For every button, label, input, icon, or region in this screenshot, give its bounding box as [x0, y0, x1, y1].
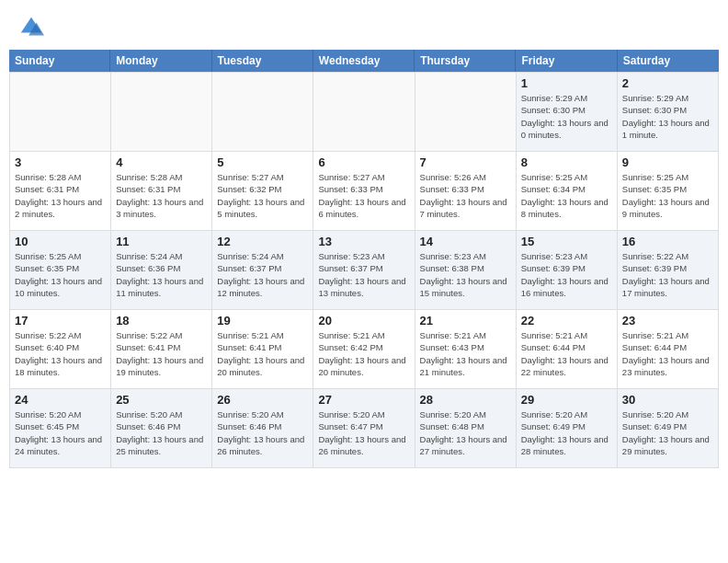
day-number: 29 — [521, 393, 612, 407]
calendar-cell: 3Sunrise: 5:28 AM Sunset: 6:31 PM Daylig… — [10, 152, 111, 231]
day-info: Sunrise: 5:22 AM Sunset: 6:41 PM Dayligh… — [116, 329, 207, 378]
calendar-cell — [415, 73, 517, 152]
day-number: 23 — [622, 314, 713, 327]
day-info: Sunrise: 5:25 AM Sunset: 6:34 PM Dayligh… — [521, 171, 612, 220]
day-info: Sunrise: 5:20 AM Sunset: 6:46 PM Dayligh… — [217, 408, 308, 457]
day-info: Sunrise: 5:29 AM Sunset: 6:30 PM Dayligh… — [521, 92, 612, 141]
day-of-week-header: Saturday — [618, 50, 719, 72]
day-number: 21 — [420, 314, 511, 327]
calendar-cell: 10Sunrise: 5:25 AM Sunset: 6:35 PM Dayli… — [10, 231, 111, 310]
calendar-cell: 28Sunrise: 5:20 AM Sunset: 6:48 PM Dayli… — [415, 389, 517, 468]
calendar-cell: 13Sunrise: 5:23 AM Sunset: 6:37 PM Dayli… — [313, 231, 415, 310]
day-number: 17 — [15, 314, 106, 327]
day-info: Sunrise: 5:25 AM Sunset: 6:35 PM Dayligh… — [622, 171, 713, 220]
calendar-body: 1Sunrise: 5:29 AM Sunset: 6:30 PM Daylig… — [9, 72, 719, 468]
day-number: 8 — [521, 155, 612, 169]
calendar-cell: 15Sunrise: 5:23 AM Sunset: 6:39 PM Dayli… — [517, 231, 618, 310]
day-number: 24 — [15, 393, 106, 407]
day-number: 12 — [217, 235, 308, 248]
logo-icon — [18, 15, 44, 40]
day-number: 1 — [521, 76, 612, 90]
calendar-cell: 21Sunrise: 5:21 AM Sunset: 6:43 PM Dayli… — [415, 310, 517, 389]
calendar-cell: 9Sunrise: 5:25 AM Sunset: 6:35 PM Daylig… — [618, 152, 719, 231]
logo — [18, 15, 48, 40]
day-number: 7 — [420, 155, 511, 169]
day-number: 30 — [622, 393, 713, 407]
day-number: 4 — [116, 155, 207, 169]
calendar-cell — [313, 73, 415, 152]
day-number: 13 — [318, 235, 409, 248]
day-of-week-header: Friday — [516, 50, 617, 72]
day-number: 9 — [622, 155, 713, 169]
day-info: Sunrise: 5:20 AM Sunset: 6:49 PM Dayligh… — [622, 408, 713, 457]
day-info: Sunrise: 5:21 AM Sunset: 6:44 PM Dayligh… — [622, 329, 713, 378]
calendar-cell: 26Sunrise: 5:20 AM Sunset: 6:46 PM Dayli… — [212, 389, 313, 468]
calendar-cell — [111, 73, 212, 152]
day-number: 20 — [318, 314, 409, 327]
calendar-cell — [212, 73, 313, 152]
day-info: Sunrise: 5:21 AM Sunset: 6:43 PM Dayligh… — [420, 329, 511, 378]
calendar-cell: 14Sunrise: 5:23 AM Sunset: 6:38 PM Dayli… — [415, 231, 517, 310]
calendar-cell: 19Sunrise: 5:21 AM Sunset: 6:41 PM Dayli… — [212, 310, 313, 389]
calendar-cell: 20Sunrise: 5:21 AM Sunset: 6:42 PM Dayli… — [313, 310, 415, 389]
day-number: 3 — [15, 155, 106, 169]
calendar-cell: 7Sunrise: 5:26 AM Sunset: 6:33 PM Daylig… — [415, 152, 517, 231]
calendar-header: SundayMondayTuesdayWednesdayThursdayFrid… — [9, 50, 719, 72]
day-info: Sunrise: 5:24 AM Sunset: 6:37 PM Dayligh… — [217, 250, 308, 299]
day-info: Sunrise: 5:20 AM Sunset: 6:48 PM Dayligh… — [420, 408, 511, 457]
calendar: SundayMondayTuesdayWednesdayThursdayFrid… — [9, 50, 719, 468]
day-number: 18 — [116, 314, 207, 327]
day-info: Sunrise: 5:28 AM Sunset: 6:31 PM Dayligh… — [15, 171, 106, 220]
day-number: 10 — [15, 235, 106, 248]
day-of-week-header: Sunday — [9, 50, 110, 72]
calendar-cell: 12Sunrise: 5:24 AM Sunset: 6:37 PM Dayli… — [212, 231, 313, 310]
day-info: Sunrise: 5:26 AM Sunset: 6:33 PM Dayligh… — [420, 171, 511, 220]
calendar-cell: 11Sunrise: 5:24 AM Sunset: 6:36 PM Dayli… — [111, 231, 212, 310]
day-number: 27 — [318, 393, 409, 407]
calendar-cell: 25Sunrise: 5:20 AM Sunset: 6:46 PM Dayli… — [111, 389, 212, 468]
day-number: 6 — [318, 155, 409, 169]
calendar-cell: 6Sunrise: 5:27 AM Sunset: 6:33 PM Daylig… — [313, 152, 415, 231]
calendar-cell: 1Sunrise: 5:29 AM Sunset: 6:30 PM Daylig… — [517, 73, 618, 152]
day-info: Sunrise: 5:20 AM Sunset: 6:46 PM Dayligh… — [116, 408, 207, 457]
day-number: 2 — [622, 76, 713, 90]
day-info: Sunrise: 5:21 AM Sunset: 6:41 PM Dayligh… — [217, 329, 308, 378]
day-info: Sunrise: 5:22 AM Sunset: 6:40 PM Dayligh… — [15, 329, 106, 378]
day-info: Sunrise: 5:27 AM Sunset: 6:32 PM Dayligh… — [217, 171, 308, 220]
day-info: Sunrise: 5:23 AM Sunset: 6:38 PM Dayligh… — [420, 250, 511, 299]
day-info: Sunrise: 5:22 AM Sunset: 6:39 PM Dayligh… — [622, 250, 713, 299]
calendar-cell: 4Sunrise: 5:28 AM Sunset: 6:31 PM Daylig… — [111, 152, 212, 231]
day-info: Sunrise: 5:21 AM Sunset: 6:42 PM Dayligh… — [318, 329, 409, 378]
day-number: 16 — [622, 235, 713, 248]
day-number: 25 — [116, 393, 207, 407]
day-info: Sunrise: 5:21 AM Sunset: 6:44 PM Dayligh… — [521, 329, 612, 378]
day-info: Sunrise: 5:24 AM Sunset: 6:36 PM Dayligh… — [116, 250, 207, 299]
calendar-cell: 18Sunrise: 5:22 AM Sunset: 6:41 PM Dayli… — [111, 310, 212, 389]
calendar-cell: 17Sunrise: 5:22 AM Sunset: 6:40 PM Dayli… — [10, 310, 111, 389]
day-info: Sunrise: 5:20 AM Sunset: 6:47 PM Dayligh… — [318, 408, 409, 457]
day-info: Sunrise: 5:20 AM Sunset: 6:49 PM Dayligh… — [521, 408, 612, 457]
day-info: Sunrise: 5:28 AM Sunset: 6:31 PM Dayligh… — [116, 171, 207, 220]
day-of-week-header: Monday — [110, 50, 211, 72]
day-of-week-header: Tuesday — [212, 50, 313, 72]
calendar-cell: 2Sunrise: 5:29 AM Sunset: 6:30 PM Daylig… — [618, 73, 719, 152]
page-header — [0, 0, 728, 50]
calendar-cell: 8Sunrise: 5:25 AM Sunset: 6:34 PM Daylig… — [517, 152, 618, 231]
day-number: 22 — [521, 314, 612, 327]
day-info: Sunrise: 5:25 AM Sunset: 6:35 PM Dayligh… — [15, 250, 106, 299]
calendar-cell: 30Sunrise: 5:20 AM Sunset: 6:49 PM Dayli… — [618, 389, 719, 468]
day-info: Sunrise: 5:29 AM Sunset: 6:30 PM Dayligh… — [622, 92, 713, 141]
day-number: 26 — [217, 393, 308, 407]
calendar-cell: 27Sunrise: 5:20 AM Sunset: 6:47 PM Dayli… — [313, 389, 415, 468]
day-of-week-header: Wednesday — [313, 50, 415, 72]
calendar-cell: 23Sunrise: 5:21 AM Sunset: 6:44 PM Dayli… — [618, 310, 719, 389]
day-number: 19 — [217, 314, 308, 327]
day-of-week-header: Thursday — [415, 50, 516, 72]
calendar-cell: 24Sunrise: 5:20 AM Sunset: 6:45 PM Dayli… — [10, 389, 111, 468]
calendar-cell: 22Sunrise: 5:21 AM Sunset: 6:44 PM Dayli… — [517, 310, 618, 389]
day-info: Sunrise: 5:23 AM Sunset: 6:37 PM Dayligh… — [318, 250, 409, 299]
day-number: 15 — [521, 235, 612, 248]
day-info: Sunrise: 5:20 AM Sunset: 6:45 PM Dayligh… — [15, 408, 106, 457]
day-info: Sunrise: 5:27 AM Sunset: 6:33 PM Dayligh… — [318, 171, 409, 220]
day-number: 28 — [420, 393, 511, 407]
